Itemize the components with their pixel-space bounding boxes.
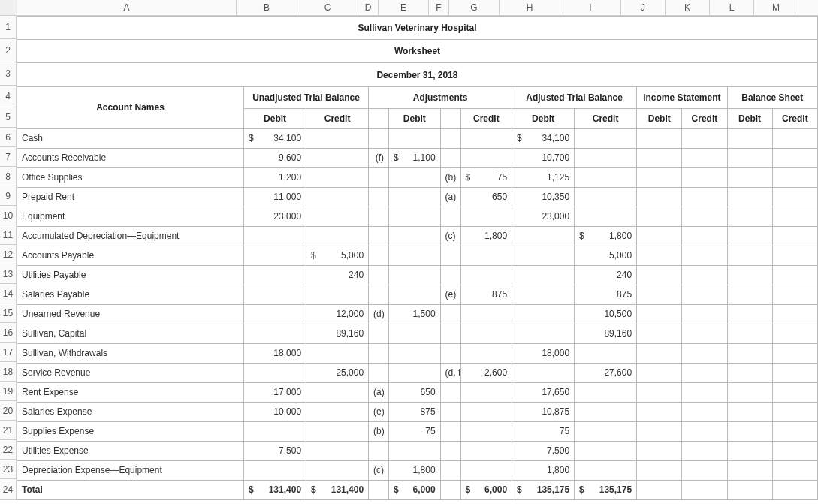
cell-adj-c-lbl[interactable] [440, 246, 460, 265]
cell-adj-credit[interactable] [460, 128, 512, 148]
cell-is-debit[interactable] [637, 363, 682, 382]
cell-is-credit[interactable] [682, 324, 727, 343]
cell-adj-d-lbl[interactable] [369, 324, 389, 343]
cell-utb-credit[interactable] [306, 382, 369, 402]
cell-atb-credit[interactable] [575, 207, 637, 226]
cell-bs-debit[interactable] [727, 187, 772, 207]
cell-utb-debit[interactable] [244, 304, 306, 324]
cell-is-credit[interactable] [682, 167, 727, 187]
cell-adj-debit[interactable] [389, 265, 441, 285]
cell-adj-debit[interactable] [389, 285, 441, 304]
cell-is-debit[interactable] [637, 246, 682, 265]
cell-adj-credit[interactable] [460, 343, 512, 363]
cell-utb-debit[interactable]: $34,100 [244, 128, 306, 148]
cell-adj-d-lbl[interactable] [369, 441, 389, 460]
cell-acct[interactable]: Rent Expense [17, 382, 244, 402]
cell-is-credit[interactable] [682, 265, 727, 285]
cell-atb-credit[interactable] [575, 167, 637, 187]
cell-adj-c-lbl[interactable] [440, 265, 460, 285]
cell-adj-c-lbl[interactable] [440, 148, 460, 167]
cell-utb-credit[interactable] [306, 128, 369, 148]
cell-adj-d-lbl[interactable]: (d) [369, 304, 389, 324]
cell-utb-debit[interactable]: 17,000 [244, 382, 306, 402]
cell-atb-credit[interactable] [575, 382, 637, 402]
cell-bs-debit[interactable] [727, 343, 772, 363]
cell-adj-credit[interactable]: 875 [460, 285, 512, 304]
cell-total-adj-debit[interactable]: $6,000 [389, 480, 441, 499]
title-worksheet[interactable]: Worksheet [17, 40, 818, 63]
cell-utb-debit[interactable] [244, 265, 306, 285]
cell-bs-debit[interactable] [727, 382, 772, 402]
cell-bs-credit[interactable] [772, 343, 817, 363]
cell-adj-debit[interactable]: 1,500 [389, 304, 441, 324]
hdr-atb-debit[interactable]: Debit [512, 108, 575, 128]
cell-acct[interactable]: Unearned Revenue [17, 304, 244, 324]
hdr-credit[interactable]: Credit [306, 108, 369, 128]
cell-utb-debit[interactable] [244, 363, 306, 382]
col-header-L[interactable]: L [710, 0, 754, 15]
cell-adj-credit[interactable] [460, 382, 512, 402]
cell-acct[interactable]: Prepaid Rent [17, 187, 244, 207]
cell-adj-credit[interactable]: 2,600 [460, 363, 512, 382]
row-header-18[interactable]: 18 [0, 362, 17, 382]
cell-acct[interactable]: Accounts Receivable [17, 148, 244, 167]
cell-total-adj-c-lbl[interactable] [440, 480, 460, 499]
hdr-income[interactable]: Income Statement [637, 86, 727, 108]
row-header-17[interactable]: 17 [0, 343, 17, 362]
cell-utb-debit[interactable] [244, 460, 306, 480]
cell-is-debit[interactable] [637, 324, 682, 343]
row-header-9[interactable]: 9 [0, 186, 17, 206]
hdr-adjusted[interactable]: Adjusted Trial Balance [512, 86, 637, 108]
cell-atb-debit[interactable]: 1,800 [512, 460, 575, 480]
cell-utb-debit[interactable]: 11,000 [244, 187, 306, 207]
cell-adj-credit[interactable]: $75 [460, 167, 512, 187]
cell-adj-debit[interactable]: 875 [389, 402, 441, 421]
cell-is-credit[interactable] [682, 246, 727, 265]
cell-is-debit[interactable] [637, 382, 682, 402]
cell-atb-credit[interactable] [575, 128, 637, 148]
col-header-H[interactable]: H [500, 0, 560, 15]
cell-is-debit[interactable] [637, 343, 682, 363]
cell-adj-c-lbl[interactable] [440, 304, 460, 324]
cell-adj-d-lbl[interactable]: (c) [369, 460, 389, 480]
cell-utb-debit[interactable]: 23,000 [244, 207, 306, 226]
cell-bs-credit[interactable] [772, 128, 817, 148]
cell-acct[interactable]: Accounts Payable [17, 246, 244, 265]
cell-atb-debit[interactable] [512, 363, 575, 382]
cell-is-debit[interactable] [637, 128, 682, 148]
cell-is-credit[interactable] [682, 285, 727, 304]
cell-atb-credit[interactable] [575, 460, 637, 480]
cell-is-credit[interactable] [682, 402, 727, 421]
cell-acct[interactable]: Utilities Payable [17, 265, 244, 285]
cell-utb-debit[interactable]: 1,200 [244, 167, 306, 187]
cell-atb-credit[interactable]: 5,000 [575, 246, 637, 265]
hdr-adj-credit[interactable]: Credit [460, 108, 512, 128]
cell-adj-d-lbl[interactable] [369, 128, 389, 148]
cell-atb-credit[interactable] [575, 441, 637, 460]
col-header-A[interactable]: A [17, 0, 237, 15]
cell-adj-debit[interactable] [389, 187, 441, 207]
cell-adj-d-lbl[interactable] [369, 246, 389, 265]
cell-atb-debit[interactable]: 10,875 [512, 402, 575, 421]
cell-adj-d-lbl[interactable]: (f) [369, 148, 389, 167]
cell-atb-debit[interactable]: 17,650 [512, 382, 575, 402]
cell-adj-d-lbl[interactable] [369, 207, 389, 226]
cell-bs-credit[interactable] [772, 265, 817, 285]
cell-adj-d-lbl[interactable]: (b) [369, 421, 389, 441]
cell-bs-debit[interactable] [727, 167, 772, 187]
cell-is-debit[interactable] [637, 285, 682, 304]
cell-atb-debit[interactable] [512, 246, 575, 265]
cell-adj-c-lbl[interactable]: (a) [440, 187, 460, 207]
cell-total-atb-debit[interactable]: $135,175 [512, 480, 575, 499]
cell-adj-credit[interactable]: 1,800 [460, 226, 512, 246]
cell-atb-debit[interactable]: 75 [512, 421, 575, 441]
row-header-24[interactable]: 24 [0, 479, 17, 500]
cell-utb-debit[interactable] [244, 324, 306, 343]
col-header-I[interactable]: I [560, 0, 621, 15]
cell-atb-credit[interactable] [575, 148, 637, 167]
cell-total-utb-debit[interactable]: $131,400 [244, 480, 306, 499]
row-header-15[interactable]: 15 [0, 303, 17, 323]
cell-adj-debit[interactable] [389, 343, 441, 363]
row-header-22[interactable]: 22 [0, 440, 17, 460]
cell-adj-debit[interactable] [389, 246, 441, 265]
